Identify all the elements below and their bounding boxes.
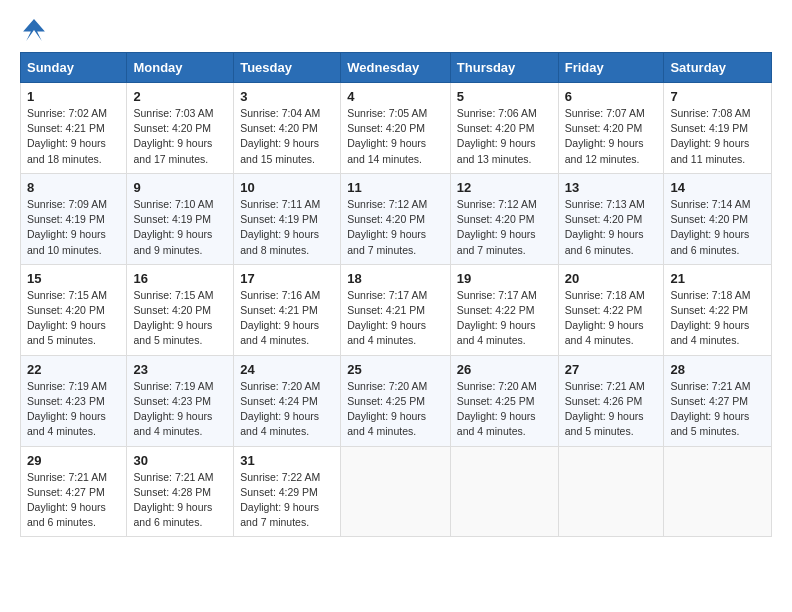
calendar-cell: 17 Sunrise: 7:16 AMSunset: 4:21 PMDaylig… xyxy=(234,264,341,355)
header-thursday: Thursday xyxy=(450,53,558,83)
week-row-5: 29 Sunrise: 7:21 AMSunset: 4:27 PMDaylig… xyxy=(21,446,772,537)
day-info: Sunrise: 7:20 AMSunset: 4:25 PMDaylight:… xyxy=(457,380,537,438)
day-info: Sunrise: 7:20 AMSunset: 4:25 PMDaylight:… xyxy=(347,380,427,438)
day-number: 15 xyxy=(27,271,120,286)
day-number: 12 xyxy=(457,180,552,195)
calendar-cell: 18 Sunrise: 7:17 AMSunset: 4:21 PMDaylig… xyxy=(341,264,451,355)
day-info: Sunrise: 7:03 AMSunset: 4:20 PMDaylight:… xyxy=(133,107,213,165)
day-number: 22 xyxy=(27,362,120,377)
header-saturday: Saturday xyxy=(664,53,772,83)
calendar-cell: 19 Sunrise: 7:17 AMSunset: 4:22 PMDaylig… xyxy=(450,264,558,355)
week-row-1: 1 Sunrise: 7:02 AMSunset: 4:21 PMDayligh… xyxy=(21,83,772,174)
day-info: Sunrise: 7:09 AMSunset: 4:19 PMDaylight:… xyxy=(27,198,107,256)
day-info: Sunrise: 7:21 AMSunset: 4:27 PMDaylight:… xyxy=(27,471,107,529)
day-number: 6 xyxy=(565,89,658,104)
calendar-cell: 26 Sunrise: 7:20 AMSunset: 4:25 PMDaylig… xyxy=(450,355,558,446)
calendar-cell: 14 Sunrise: 7:14 AMSunset: 4:20 PMDaylig… xyxy=(664,173,772,264)
calendar-cell: 4 Sunrise: 7:05 AMSunset: 4:20 PMDayligh… xyxy=(341,83,451,174)
day-number: 25 xyxy=(347,362,444,377)
day-info: Sunrise: 7:16 AMSunset: 4:21 PMDaylight:… xyxy=(240,289,320,347)
calendar-cell: 7 Sunrise: 7:08 AMSunset: 4:19 PMDayligh… xyxy=(664,83,772,174)
calendar-cell: 24 Sunrise: 7:20 AMSunset: 4:24 PMDaylig… xyxy=(234,355,341,446)
day-info: Sunrise: 7:20 AMSunset: 4:24 PMDaylight:… xyxy=(240,380,320,438)
logo xyxy=(20,16,52,44)
calendar-cell: 16 Sunrise: 7:15 AMSunset: 4:20 PMDaylig… xyxy=(127,264,234,355)
calendar-cell: 31 Sunrise: 7:22 AMSunset: 4:29 PMDaylig… xyxy=(234,446,341,537)
day-number: 14 xyxy=(670,180,765,195)
day-number: 2 xyxy=(133,89,227,104)
day-number: 17 xyxy=(240,271,334,286)
day-number: 21 xyxy=(670,271,765,286)
day-number: 3 xyxy=(240,89,334,104)
day-number: 4 xyxy=(347,89,444,104)
day-number: 18 xyxy=(347,271,444,286)
day-number: 20 xyxy=(565,271,658,286)
calendar-cell: 27 Sunrise: 7:21 AMSunset: 4:26 PMDaylig… xyxy=(558,355,664,446)
day-info: Sunrise: 7:12 AMSunset: 4:20 PMDaylight:… xyxy=(457,198,537,256)
day-number: 10 xyxy=(240,180,334,195)
calendar-cell: 3 Sunrise: 7:04 AMSunset: 4:20 PMDayligh… xyxy=(234,83,341,174)
calendar-cell: 9 Sunrise: 7:10 AMSunset: 4:19 PMDayligh… xyxy=(127,173,234,264)
calendar-table: SundayMondayTuesdayWednesdayThursdayFrid… xyxy=(20,52,772,537)
day-info: Sunrise: 7:17 AMSunset: 4:22 PMDaylight:… xyxy=(457,289,537,347)
day-info: Sunrise: 7:21 AMSunset: 4:28 PMDaylight:… xyxy=(133,471,213,529)
day-number: 19 xyxy=(457,271,552,286)
day-info: Sunrise: 7:08 AMSunset: 4:19 PMDaylight:… xyxy=(670,107,750,165)
calendar-cell: 5 Sunrise: 7:06 AMSunset: 4:20 PMDayligh… xyxy=(450,83,558,174)
day-number: 29 xyxy=(27,453,120,468)
day-number: 28 xyxy=(670,362,765,377)
calendar-cell: 1 Sunrise: 7:02 AMSunset: 4:21 PMDayligh… xyxy=(21,83,127,174)
header-wednesday: Wednesday xyxy=(341,53,451,83)
day-info: Sunrise: 7:19 AMSunset: 4:23 PMDaylight:… xyxy=(27,380,107,438)
day-number: 13 xyxy=(565,180,658,195)
header-row: SundayMondayTuesdayWednesdayThursdayFrid… xyxy=(21,53,772,83)
day-number: 26 xyxy=(457,362,552,377)
day-number: 11 xyxy=(347,180,444,195)
day-info: Sunrise: 7:11 AMSunset: 4:19 PMDaylight:… xyxy=(240,198,320,256)
calendar-cell xyxy=(450,446,558,537)
day-number: 30 xyxy=(133,453,227,468)
day-info: Sunrise: 7:12 AMSunset: 4:20 PMDaylight:… xyxy=(347,198,427,256)
calendar-header: SundayMondayTuesdayWednesdayThursdayFrid… xyxy=(21,53,772,83)
calendar-cell xyxy=(341,446,451,537)
logo-icon xyxy=(20,16,48,44)
day-info: Sunrise: 7:02 AMSunset: 4:21 PMDaylight:… xyxy=(27,107,107,165)
calendar-cell: 28 Sunrise: 7:21 AMSunset: 4:27 PMDaylig… xyxy=(664,355,772,446)
calendar-cell: 29 Sunrise: 7:21 AMSunset: 4:27 PMDaylig… xyxy=(21,446,127,537)
calendar-cell: 13 Sunrise: 7:13 AMSunset: 4:20 PMDaylig… xyxy=(558,173,664,264)
day-info: Sunrise: 7:10 AMSunset: 4:19 PMDaylight:… xyxy=(133,198,213,256)
day-number: 27 xyxy=(565,362,658,377)
day-info: Sunrise: 7:18 AMSunset: 4:22 PMDaylight:… xyxy=(670,289,750,347)
day-info: Sunrise: 7:14 AMSunset: 4:20 PMDaylight:… xyxy=(670,198,750,256)
header-friday: Friday xyxy=(558,53,664,83)
calendar-cell: 11 Sunrise: 7:12 AMSunset: 4:20 PMDaylig… xyxy=(341,173,451,264)
header-monday: Monday xyxy=(127,53,234,83)
calendar-body: 1 Sunrise: 7:02 AMSunset: 4:21 PMDayligh… xyxy=(21,83,772,537)
calendar-cell: 6 Sunrise: 7:07 AMSunset: 4:20 PMDayligh… xyxy=(558,83,664,174)
page-header xyxy=(20,16,772,44)
day-info: Sunrise: 7:22 AMSunset: 4:29 PMDaylight:… xyxy=(240,471,320,529)
calendar-cell: 8 Sunrise: 7:09 AMSunset: 4:19 PMDayligh… xyxy=(21,173,127,264)
week-row-4: 22 Sunrise: 7:19 AMSunset: 4:23 PMDaylig… xyxy=(21,355,772,446)
day-number: 23 xyxy=(133,362,227,377)
calendar-cell: 30 Sunrise: 7:21 AMSunset: 4:28 PMDaylig… xyxy=(127,446,234,537)
header-sunday: Sunday xyxy=(21,53,127,83)
calendar-cell: 15 Sunrise: 7:15 AMSunset: 4:20 PMDaylig… xyxy=(21,264,127,355)
week-row-3: 15 Sunrise: 7:15 AMSunset: 4:20 PMDaylig… xyxy=(21,264,772,355)
day-info: Sunrise: 7:07 AMSunset: 4:20 PMDaylight:… xyxy=(565,107,645,165)
day-number: 1 xyxy=(27,89,120,104)
day-number: 5 xyxy=(457,89,552,104)
calendar-cell xyxy=(664,446,772,537)
calendar-cell: 23 Sunrise: 7:19 AMSunset: 4:23 PMDaylig… xyxy=(127,355,234,446)
calendar-cell: 20 Sunrise: 7:18 AMSunset: 4:22 PMDaylig… xyxy=(558,264,664,355)
svg-marker-0 xyxy=(23,19,45,41)
calendar-cell: 22 Sunrise: 7:19 AMSunset: 4:23 PMDaylig… xyxy=(21,355,127,446)
day-number: 8 xyxy=(27,180,120,195)
day-info: Sunrise: 7:04 AMSunset: 4:20 PMDaylight:… xyxy=(240,107,320,165)
day-info: Sunrise: 7:06 AMSunset: 4:20 PMDaylight:… xyxy=(457,107,537,165)
day-number: 9 xyxy=(133,180,227,195)
day-info: Sunrise: 7:13 AMSunset: 4:20 PMDaylight:… xyxy=(565,198,645,256)
calendar-cell: 21 Sunrise: 7:18 AMSunset: 4:22 PMDaylig… xyxy=(664,264,772,355)
day-info: Sunrise: 7:17 AMSunset: 4:21 PMDaylight:… xyxy=(347,289,427,347)
week-row-2: 8 Sunrise: 7:09 AMSunset: 4:19 PMDayligh… xyxy=(21,173,772,264)
